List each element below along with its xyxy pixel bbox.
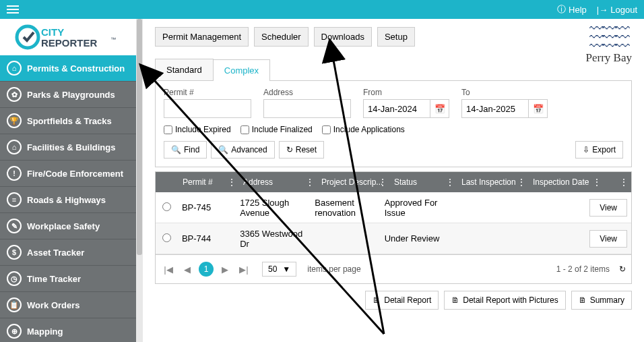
col-menu-icon[interactable]: ⋮	[378, 177, 387, 188]
col-permit[interactable]: Permit #⋮	[179, 172, 239, 192]
cell-desc: Basement renovation	[311, 194, 380, 222]
tab-complex[interactable]: Complex	[213, 59, 270, 81]
sidebar-item-4[interactable]: !Fire/Code Enforcement	[0, 161, 136, 187]
downloads-button[interactable]: Downloads	[314, 27, 372, 47]
tabstrip: Standard Complex	[155, 59, 632, 81]
col-last[interactable]: Last Inspection⋮	[457, 172, 529, 192]
include-expired-checkbox[interactable]: Include Expired	[164, 125, 231, 134]
summary-button[interactable]: 🗎Summary	[571, 291, 632, 310]
sidebar-item-9[interactable]: 📋Work Orders	[0, 292, 136, 318]
tab-standard[interactable]: Standard	[155, 59, 214, 80]
address-label: Address	[263, 88, 351, 97]
sidebar-icon: ≡	[7, 192, 22, 207]
sidebar-item-1[interactable]: ✿Parks & Playgrounds	[0, 82, 136, 108]
sidebar-item-10[interactable]: ⊕Mapping	[0, 318, 136, 342]
sidebar-item-0[interactable]: ⌂Permits & Construction	[0, 55, 136, 82]
export-icon: ⇩	[583, 145, 589, 154]
sidebar-item-8[interactable]: ◷Time Tracker	[0, 266, 136, 292]
sidebar-item-label: Roads & Highways	[27, 195, 106, 205]
logout-link[interactable]: |→Logout	[597, 5, 637, 15]
cell-address: 1725 Slough Avenue	[236, 194, 311, 222]
find-button[interactable]: 🔍Find	[164, 141, 207, 159]
col-menu-icon[interactable]: ⋮	[305, 177, 315, 188]
sidebar-item-2[interactable]: 🏆Sportfields & Tracks	[0, 108, 136, 134]
topbar: ⓘHelp |→Logout	[0, 0, 644, 19]
detail-report-button[interactable]: 🗎Detail Report	[365, 291, 439, 310]
cell-desc	[311, 235, 380, 243]
logout-icon: |→	[597, 5, 608, 15]
sidebar-item-6[interactable]: ✎Workplace Safety	[0, 213, 136, 239]
row-select-radio[interactable]	[162, 233, 171, 242]
page-size-select[interactable]: 50▼	[262, 262, 296, 277]
svg-text:CITY: CITY	[41, 26, 64, 38]
to-label: To	[461, 88, 548, 97]
main-content: 〰〰〰〰〰〰〰〰〰 Perry Bay Permit Management Sc…	[143, 19, 644, 342]
address-input[interactable]	[263, 99, 351, 118]
help-link[interactable]: ⓘHelp	[557, 3, 587, 16]
detail-report-pictures-button[interactable]: 🗎Detail Report with Pictures	[444, 291, 565, 310]
export-button[interactable]: ⇩Export	[575, 141, 623, 159]
sidebar-item-5[interactable]: ≡Roads & Highways	[0, 187, 136, 213]
chevron-down-icon: ▼	[282, 264, 290, 274]
include-applications-checkbox[interactable]: Include Applications	[322, 125, 405, 134]
col-menu-icon[interactable]: ⋮	[227, 177, 236, 188]
sidebar-item-label: Fire/Code Enforcement	[27, 169, 123, 179]
col-menu-icon[interactable]: ⋮	[592, 177, 602, 188]
reset-button[interactable]: ↻Reset	[279, 141, 324, 159]
scrollbar[interactable]	[136, 19, 143, 342]
permit-label: Permit #	[164, 88, 251, 97]
col-desc[interactable]: Project Descrip...⋮	[317, 172, 390, 192]
cell-address: 3365 Westwood Dr	[236, 225, 311, 253]
page-first-button[interactable]: |◀	[161, 262, 176, 277]
include-finalized-checkbox[interactable]: Include Finalized	[240, 125, 313, 134]
sidebar-item-label: Time Tracker	[27, 274, 81, 284]
setup-button[interactable]: Setup	[377, 27, 415, 47]
page-next-button[interactable]: ▶	[218, 262, 232, 277]
to-calendar-icon[interactable]: 📅	[529, 99, 548, 118]
permit-input[interactable]	[164, 99, 251, 118]
col-menu-icon[interactable]: ⋮	[619, 177, 629, 188]
page-last-button[interactable]: ▶|	[236, 262, 251, 277]
sidebar-item-label: Facilities & Buildings	[27, 142, 115, 152]
search-icon: 🔍	[171, 145, 181, 154]
svg-text:™: ™	[110, 36, 116, 42]
document-icon: 🗎	[451, 295, 459, 305]
hamburger-icon[interactable]	[7, 3, 19, 16]
top-buttons: Permit Management Scheduler Downloads Se…	[155, 27, 632, 47]
page-prev-button[interactable]: ◀	[180, 262, 195, 277]
sidebar-item-label: Mapping	[27, 326, 63, 337]
help-icon: ⓘ	[557, 3, 566, 16]
sidebar-icon: ✿	[7, 87, 22, 102]
col-menu-icon[interactable]: ⋮	[445, 177, 455, 188]
sidebar-icon: !	[7, 166, 22, 181]
advanced-button[interactable]: 🔍Advanced	[211, 141, 274, 159]
pager: |◀ ◀ 1 ▶ ▶| 50▼ items per page 1 - 2 of …	[155, 255, 632, 284]
search-icon: 🔍	[218, 145, 228, 154]
col-address[interactable]: Address⋮	[239, 172, 317, 192]
scheduler-button[interactable]: Scheduler	[254, 27, 309, 47]
page-current[interactable]: 1	[199, 262, 214, 277]
sidebar-item-7[interactable]: $Asset Tracker	[0, 239, 136, 266]
from-calendar-icon[interactable]: 📅	[430, 99, 449, 118]
permit-grid: Permit #⋮ Address⋮ Project Descrip...⋮ S…	[155, 171, 632, 255]
permit-management-button[interactable]: Permit Management	[155, 27, 249, 47]
col-status[interactable]: Status⋮	[390, 172, 457, 192]
to-input[interactable]	[461, 99, 529, 118]
cell-insp	[513, 235, 585, 243]
col-menu-icon[interactable]: ⋮	[517, 177, 526, 188]
from-label: From	[363, 88, 449, 97]
col-insp[interactable]: Inspection Date⋮	[529, 172, 604, 192]
document-icon: 🗎	[579, 295, 587, 305]
sidebar-item-3[interactable]: ⌂Facilities & Buildings	[0, 134, 136, 161]
sidebar-item-label: Parks & Playgrounds	[27, 90, 115, 100]
sidebar-item-label: Permits & Construction	[27, 63, 125, 74]
sidebar-icon: ⌂	[7, 140, 22, 154]
refresh-icon[interactable]: ↻	[619, 264, 626, 274]
view-button[interactable]: View	[589, 199, 627, 217]
cell-last	[445, 235, 513, 243]
cell-status: Under Review	[381, 229, 445, 248]
view-button[interactable]: View	[589, 230, 627, 248]
row-select-radio[interactable]	[162, 202, 171, 211]
from-input[interactable]	[363, 99, 430, 118]
sidebar: CITYREPORTER™ ⌂Permits & Construction✿Pa…	[0, 19, 136, 342]
